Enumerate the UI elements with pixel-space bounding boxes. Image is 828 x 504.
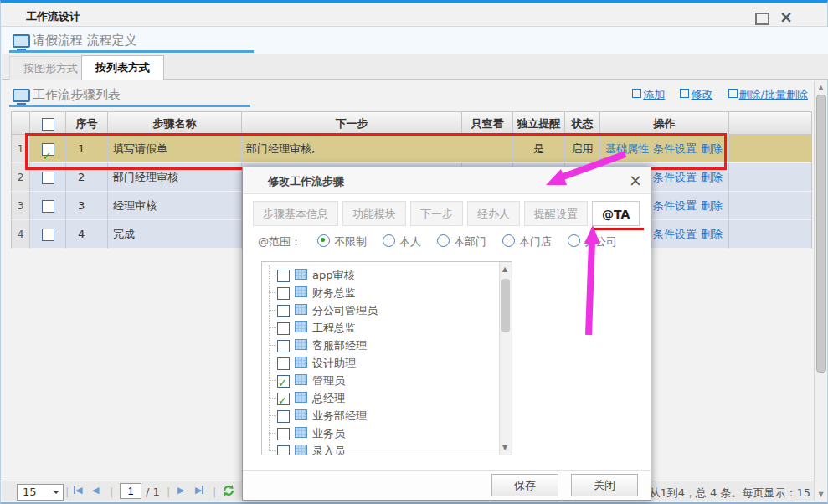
member-item[interactable]: 业务员 — [262, 424, 512, 442]
tab-at-ta[interactable]: @TA — [592, 201, 640, 226]
member-checkbox[interactable] — [277, 322, 290, 335]
row-checkbox[interactable] — [42, 229, 54, 241]
scroll-down-icon[interactable]: ▼ — [817, 491, 825, 498]
list-section-title: 工作流步骤列表 — [33, 87, 121, 103]
radio-icon[interactable] — [317, 234, 330, 247]
refresh-icon[interactable] — [222, 484, 235, 500]
member-checkbox[interactable] — [277, 393, 290, 405]
monitor-icon — [13, 89, 30, 102]
member-item[interactable]: 设计助理 — [262, 354, 512, 372]
condition-link[interactable]: 条件设置 — [653, 199, 697, 212]
row-number: 4 — [11, 220, 30, 249]
add-icon — [632, 89, 641, 98]
add-link[interactable]: 添加 — [632, 88, 665, 100]
member-item[interactable]: 客服部经理 — [262, 337, 512, 354]
table-icon — [295, 445, 307, 455]
table-icon — [295, 304, 307, 315]
member-item[interactable]: 业务部经理 — [262, 407, 512, 424]
scroll-down-icon[interactable]: ▼ — [502, 444, 510, 451]
scrollbar-thumb[interactable] — [816, 95, 826, 373]
scroll-up-icon[interactable]: ▲ — [817, 84, 825, 91]
total-pages-label: / 1 — [146, 486, 160, 498]
member-item[interactable]: app审核 — [262, 266, 512, 284]
radio-icon[interactable] — [568, 234, 580, 247]
member-checkbox[interactable] — [277, 375, 290, 388]
member-checkbox[interactable] — [277, 410, 290, 423]
table-icon — [295, 392, 307, 403]
close-button[interactable]: 关闭 — [571, 474, 638, 496]
radio-icon[interactable] — [383, 234, 395, 247]
table-icon — [295, 286, 307, 297]
radio-icon[interactable] — [502, 234, 515, 247]
row-number: 3 — [11, 192, 30, 220]
radio-option-self[interactable]: 本人 — [383, 234, 421, 249]
modify-link[interactable]: 修改 — [680, 88, 712, 100]
next-page-button[interactable]: ▶ — [177, 485, 184, 496]
radio-option-branch[interactable]: 分公司 — [568, 234, 617, 249]
member-item[interactable]: 录入员 — [262, 442, 512, 455]
save-button[interactable]: 保存 — [491, 474, 558, 496]
delete-link[interactable]: 删除 — [701, 228, 723, 240]
row-checkbox[interactable] — [42, 200, 54, 213]
radio-option-store[interactable]: 本门店 — [502, 234, 552, 249]
member-item[interactable]: 分公司管理员 — [262, 301, 512, 319]
dialog-footer: 保存 关闭 — [243, 470, 651, 500]
main-scrollbar[interactable]: ▲ ▼ — [814, 81, 826, 501]
member-item[interactable]: 工程总监 — [262, 319, 512, 337]
tab-next-step[interactable]: 下一步 — [410, 201, 463, 226]
tab-step-basic-info[interactable]: 步骤基本信息 — [253, 201, 338, 226]
col-seq: 序号 — [66, 111, 108, 135]
dialog-header[interactable]: 修改工作流步骤 × — [243, 167, 651, 194]
tab-list-view[interactable]: 按列表方式 — [81, 55, 164, 80]
condition-link[interactable]: 条件设置 — [653, 171, 697, 183]
member-checkbox[interactable] — [277, 340, 290, 352]
table-icon — [295, 321, 307, 332]
delete-link[interactable]: 删除 — [701, 171, 723, 183]
page-number-input[interactable] — [120, 483, 141, 499]
name-cell: 完成 — [108, 220, 242, 249]
prev-page-button[interactable]: ◀ — [92, 485, 99, 496]
condition-link[interactable]: 条件设置 — [653, 228, 697, 240]
page-size-select[interactable]: 15 — [17, 484, 64, 501]
member-checkbox[interactable] — [277, 428, 290, 440]
window-title: 工作流设计 — [26, 9, 80, 24]
table-icon — [295, 269, 307, 280]
first-page-button[interactable]: ◀ — [74, 485, 82, 496]
tab-handler[interactable]: 经办人 — [467, 201, 520, 226]
scroll-up-icon[interactable]: ▲ — [502, 265, 510, 273]
delete-link[interactable]: 删除 — [701, 199, 723, 212]
scrollbar-thumb[interactable] — [501, 279, 510, 332]
row-checkbox[interactable] — [42, 172, 54, 184]
dialog-title: 修改工作流步骤 — [268, 174, 344, 189]
select-all-checkbox[interactable] — [42, 118, 54, 131]
list-scrollbar[interactable]: ▲ ▼ — [499, 262, 512, 455]
delete-batch-link[interactable]: 删除/批量删除 — [728, 88, 808, 100]
close-icon[interactable]: × — [779, 11, 792, 23]
table-icon — [295, 357, 307, 368]
member-checkbox[interactable] — [277, 305, 290, 317]
tab-graphic-view[interactable]: 按图形方式 — [9, 56, 92, 80]
seq-cell: 3 — [66, 192, 108, 220]
dialog-close-icon[interactable]: × — [629, 171, 642, 189]
member-item[interactable]: 财务总监 — [262, 284, 512, 301]
radio-icon[interactable] — [437, 234, 450, 247]
col-view-only: 只查看 — [462, 111, 513, 135]
radio-option-department[interactable]: 本部门 — [437, 234, 486, 249]
breadcrumb-row: 请假流程 流程定义 — [2, 27, 828, 54]
tab-function-module[interactable]: 功能模块 — [342, 201, 406, 226]
col-operation: 操作 — [600, 111, 729, 135]
maximize-icon[interactable] — [755, 13, 769, 25]
radio-option-unlimited[interactable]: 不限制 — [317, 234, 367, 249]
member-checkbox[interactable] — [277, 357, 290, 370]
breadcrumb: 请假流程 流程定义 — [33, 33, 137, 49]
member-checkbox[interactable] — [277, 270, 290, 282]
list-section-header: 工作流步骤列表 添加 修改 删除/批量删除 — [2, 80, 828, 111]
member-checkbox[interactable] — [277, 287, 290, 300]
last-page-button[interactable]: ▶ — [195, 485, 203, 496]
member-item[interactable]: 管理员 — [262, 372, 512, 389]
member-checkbox[interactable] — [277, 445, 290, 455]
filler-header — [729, 111, 812, 135]
member-item[interactable]: 总经理 — [262, 389, 512, 407]
table-header-row: 序号 步骤名称 下一步 只查看 独立提醒 状态 操作 — [11, 111, 813, 135]
tab-reminder-settings[interactable]: 提醒设置 — [524, 201, 588, 226]
